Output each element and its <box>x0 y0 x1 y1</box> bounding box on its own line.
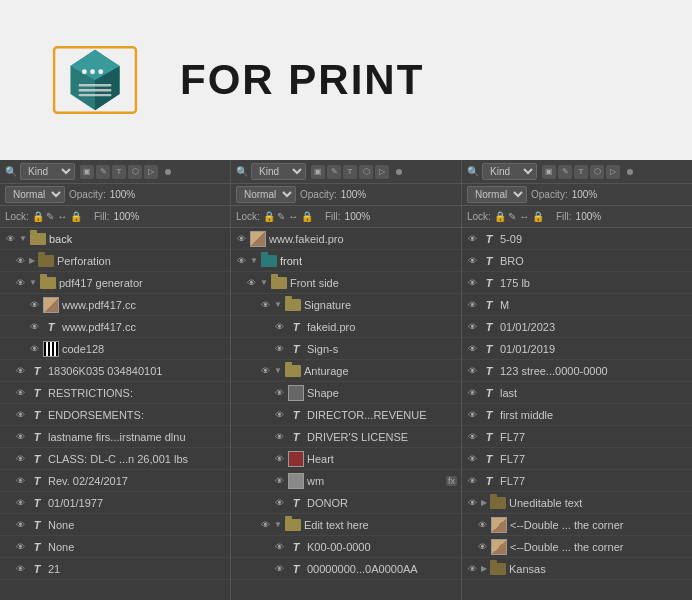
eye-icon[interactable]: 👁 <box>466 233 478 245</box>
toolbar-icon-2[interactable]: ✎ <box>327 165 341 179</box>
eye-icon[interactable]: 👁 <box>14 409 26 421</box>
eye-icon[interactable]: 👁 <box>466 387 478 399</box>
layer-sign-s[interactable]: 👁 T Sign-s <box>231 338 461 360</box>
layer-double-corner-2[interactable]: 👁 <--Double ... the corner <box>462 536 692 558</box>
layer-21[interactable]: 👁 T 21 <box>0 558 230 580</box>
eye-icon[interactable]: 👁 <box>235 233 247 245</box>
layer-restrictions[interactable]: 👁 T RESTRICTIONS: <box>0 382 230 404</box>
eye-icon[interactable]: 👁 <box>273 431 285 443</box>
eye-icon[interactable]: 👁 <box>273 475 285 487</box>
layer-donor[interactable]: 👁 T DONOR <box>231 492 461 514</box>
layer-address[interactable]: 👁 T 123 stree...0000-0000 <box>462 360 692 382</box>
layer-uneditable[interactable]: 👁 ▶ Uneditable text <box>462 492 692 514</box>
layer-front-side[interactable]: 👁 ▼ Front side <box>231 272 461 294</box>
layer-heart[interactable]: 👁 Heart <box>231 448 461 470</box>
eye-icon[interactable]: 👁 <box>466 343 478 355</box>
layer-signature[interactable]: 👁 ▼ Signature <box>231 294 461 316</box>
layer-2019[interactable]: 👁 T 01/01/2019 <box>462 338 692 360</box>
toolbar-icon-5[interactable]: ▷ <box>144 165 158 179</box>
eye-icon[interactable]: 👁 <box>14 255 26 267</box>
layer-5-09[interactable]: 👁 T 5-09 <box>462 228 692 250</box>
eye-icon[interactable]: 👁 <box>466 321 478 333</box>
eye-icon[interactable]: 👁 <box>28 299 40 311</box>
eye-icon[interactable]: 👁 <box>273 453 285 465</box>
layer-fl77-2[interactable]: 👁 T FL77 <box>462 448 692 470</box>
layer-none-1[interactable]: 👁 T None <box>0 514 230 536</box>
toolbar-icon-1[interactable]: ▣ <box>80 165 94 179</box>
layer-pdf417-gen[interactable]: 👁 ▼ pdf417 generator <box>0 272 230 294</box>
eye-icon[interactable]: 👁 <box>14 387 26 399</box>
toolbar-icon-2[interactable]: ✎ <box>558 165 572 179</box>
eye-icon[interactable]: 👁 <box>273 343 285 355</box>
toolbar-icon-3[interactable]: T <box>112 165 126 179</box>
layer-endorsements[interactable]: 👁 T ENDORSEMENTS: <box>0 404 230 426</box>
layer-edit-text-here[interactable]: 👁 ▼ Edit text here <box>231 514 461 536</box>
eye-icon[interactable]: 👁 <box>466 299 478 311</box>
layer-dob[interactable]: 👁 T 01/01/1977 <box>0 492 230 514</box>
eye-icon[interactable]: 👁 <box>466 475 478 487</box>
layer-k00[interactable]: 👁 T K00-00-0000 <box>231 536 461 558</box>
layer-m[interactable]: 👁 T M <box>462 294 692 316</box>
eye-icon[interactable]: 👁 <box>14 453 26 465</box>
layer-wm[interactable]: 👁 wm fx <box>231 470 461 492</box>
layer-kansas[interactable]: 👁 ▶ Kansas <box>462 558 692 580</box>
eye-icon[interactable]: 👁 <box>466 255 478 267</box>
toolbar-icon-1[interactable]: ▣ <box>311 165 325 179</box>
eye-icon[interactable]: 👁 <box>14 519 26 531</box>
toolbar-icon-1[interactable]: ▣ <box>542 165 556 179</box>
layer-fl77-3[interactable]: 👁 T FL77 <box>462 470 692 492</box>
eye-icon[interactable]: 👁 <box>245 277 257 289</box>
layer-last[interactable]: 👁 T last <box>462 382 692 404</box>
layer-code128[interactable]: 👁 code128 <box>0 338 230 360</box>
eye-icon[interactable]: 👁 <box>14 431 26 443</box>
toolbar-icon-4[interactable]: ⬡ <box>359 165 373 179</box>
eye-icon[interactable]: 👁 <box>273 497 285 509</box>
eye-icon[interactable]: 👁 <box>14 497 26 509</box>
layer-first-middle[interactable]: 👁 T first middle <box>462 404 692 426</box>
layer-director[interactable]: 👁 T DIRECTOR...REVENUE <box>231 404 461 426</box>
eye-icon[interactable]: 👁 <box>14 563 26 575</box>
layer-double-corner-1[interactable]: 👁 <--Double ... the corner <box>462 514 692 536</box>
layer-drivers-license[interactable]: 👁 T DRIVER'S LICENSE <box>231 426 461 448</box>
eye-icon[interactable]: 👁 <box>466 497 478 509</box>
layer-none-2[interactable]: 👁 T None <box>0 536 230 558</box>
eye-icon[interactable]: 👁 <box>273 541 285 553</box>
eye-icon[interactable]: 👁 <box>4 233 16 245</box>
eye-icon[interactable]: 👁 <box>466 431 478 443</box>
eye-icon[interactable]: 👁 <box>14 475 26 487</box>
layer-18306[interactable]: 👁 T 18306K035 034840101 <box>0 360 230 382</box>
eye-icon[interactable]: 👁 <box>466 277 478 289</box>
eye-icon[interactable]: 👁 <box>14 277 26 289</box>
eye-icon[interactable]: 👁 <box>14 365 26 377</box>
toolbar-icon-3[interactable]: T <box>574 165 588 179</box>
eye-icon[interactable]: 👁 <box>273 387 285 399</box>
layer-fakeid-img[interactable]: 👁 www.fakeid.pro <box>231 228 461 250</box>
layer-anturage[interactable]: 👁 ▼ Anturage <box>231 360 461 382</box>
eye-icon[interactable]: 👁 <box>273 409 285 421</box>
layer-class[interactable]: 👁 T CLASS: DL-C ...n 26,001 lbs <box>0 448 230 470</box>
layer-perforation[interactable]: 👁 ▶ Perforation <box>0 250 230 272</box>
normal-select-back[interactable]: Normal <box>5 186 65 203</box>
eye-icon[interactable]: 👁 <box>259 519 271 531</box>
eye-icon[interactable]: 👁 <box>466 409 478 421</box>
eye-icon[interactable]: 👁 <box>466 365 478 377</box>
layer-bro[interactable]: 👁 T BRO <box>462 250 692 272</box>
toolbar-icon-5[interactable]: ▷ <box>375 165 389 179</box>
kind-select-front[interactable]: Kind <box>251 163 306 180</box>
eye-icon[interactable]: 👁 <box>235 255 247 267</box>
normal-select-front[interactable]: Normal <box>236 186 296 203</box>
layer-fl77-1[interactable]: 👁 T FL77 <box>462 426 692 448</box>
layer-lastname[interactable]: 👁 T lastname firs...irstname dlnu <box>0 426 230 448</box>
toolbar-icon-2[interactable]: ✎ <box>96 165 110 179</box>
eye-icon[interactable]: 👁 <box>14 541 26 553</box>
layer-front-folder[interactable]: 👁 ▼ front <box>231 250 461 272</box>
layer-pdf417-text[interactable]: 👁 T www.pdf417.cc <box>0 316 230 338</box>
layer-shape[interactable]: 👁 Shape <box>231 382 461 404</box>
eye-icon[interactable]: 👁 <box>28 321 40 333</box>
toolbar-icon-3[interactable]: T <box>343 165 357 179</box>
toolbar-icon-5[interactable]: ▷ <box>606 165 620 179</box>
eye-icon[interactable]: 👁 <box>259 299 271 311</box>
toolbar-icon-4[interactable]: ⬡ <box>128 165 142 179</box>
layer-pdf417-img[interactable]: 👁 www.pdf417.cc <box>0 294 230 316</box>
layer-back-folder[interactable]: 👁 ▼ back <box>0 228 230 250</box>
